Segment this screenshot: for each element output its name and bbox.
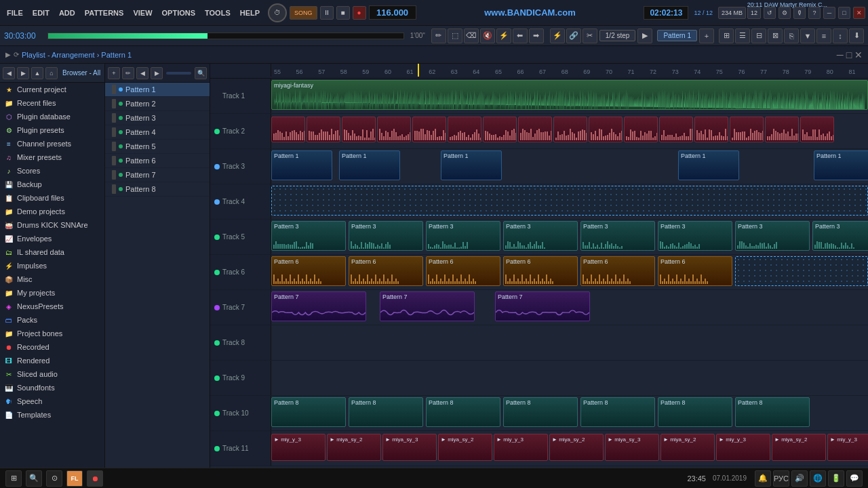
sidebar-item-soundfonts[interactable]: 🎹Soundfonts bbox=[0, 381, 104, 394]
track-block-2-15[interactable] bbox=[800, 117, 834, 142]
zoom-out-tool[interactable]: ➡ bbox=[529, 28, 544, 43]
refresh-icon[interactable]: ↺ bbox=[764, 7, 776, 19]
track-block-5-2[interactable]: Pattern 3 bbox=[426, 221, 500, 251]
track-block-11-2[interactable]: ► miya_sy_3 bbox=[382, 434, 437, 461]
sidebar-item-current-project[interactable]: ★Current project bbox=[0, 83, 104, 96]
track-block-6-2[interactable]: Pattern 6 bbox=[426, 256, 500, 286]
sidebar-item-project-bones[interactable]: 📁Project bones bbox=[0, 327, 104, 340]
sidebar-item-rendered[interactable]: 🎞Rendered bbox=[0, 354, 104, 367]
track-block-2-3[interactable] bbox=[377, 117, 411, 142]
pattern-drag-handle-6[interactable] bbox=[112, 156, 116, 165]
sidebar-item-backup[interactable]: 💾Backup bbox=[0, 178, 104, 191]
track-block-2-4[interactable] bbox=[412, 117, 446, 142]
zoom-tool[interactable]: ⬅ bbox=[513, 28, 528, 43]
cortana-btn[interactable]: ⊙ bbox=[46, 470, 62, 487]
eq-btn[interactable]: ≡ bbox=[816, 28, 831, 43]
track-content-10[interactable]: Pattern 8Pattern 8Pattern 8Pattern 8Patt… bbox=[271, 396, 868, 430]
sidebar-item-sliced-audio[interactable]: ✂Sliced audio bbox=[0, 367, 104, 381]
track-block-11-7[interactable]: ► miya_sy_2 bbox=[660, 434, 715, 461]
track-block-2-6[interactable] bbox=[483, 117, 517, 142]
sidebar-home-btn[interactable]: ⌂ bbox=[45, 67, 58, 79]
sidebar-item-packs[interactable]: 🗃Packs bbox=[0, 313, 104, 327]
track-block-11-0[interactable]: ► miy_y_3 bbox=[271, 434, 326, 461]
pattern-arr-left[interactable]: ◀ bbox=[136, 67, 149, 79]
pattern-arr-right[interactable]: ▶ bbox=[151, 67, 163, 79]
track-block-11-9[interactable]: ► miya_sy_2 bbox=[772, 434, 826, 461]
arrange-btn[interactable]: ⊞ bbox=[719, 28, 734, 43]
clone-btn[interactable]: ⎘ bbox=[784, 28, 799, 43]
track-content-9[interactable] bbox=[271, 361, 868, 395]
track-content-6[interactable]: Pattern 6Pattern 6Pattern 6Pattern 6Patt… bbox=[271, 255, 868, 289]
pattern-item-2[interactable]: Pattern 2 bbox=[105, 97, 210, 111]
sidebar-item-misc[interactable]: 📦Misc bbox=[0, 272, 104, 286]
track-block-7-2[interactable]: Pattern 7 bbox=[495, 291, 590, 321]
sidebar-item-mixer-presets[interactable]: ♫Mixer presets bbox=[0, 150, 104, 164]
track-block-2-10[interactable] bbox=[624, 117, 658, 142]
track-content-4[interactable] bbox=[271, 184, 868, 219]
track-content-1[interactable]: miyagi-fantasy bbox=[271, 79, 868, 113]
sidebar-item-scores[interactable]: ♪Scores bbox=[0, 164, 104, 178]
export-btn[interactable]: ⬇ bbox=[849, 28, 864, 43]
language-icon[interactable]: РУС bbox=[773, 470, 789, 487]
track-block-11-6[interactable]: ► miya_sy_3 bbox=[605, 434, 659, 461]
link-tool[interactable]: 🔗 bbox=[566, 28, 581, 43]
step-button[interactable]: 1/2 step bbox=[599, 30, 636, 41]
track-block-2-1[interactable] bbox=[307, 117, 340, 142]
track-content-2[interactable] bbox=[271, 114, 868, 148]
track-block-5-0[interactable]: Pattern 3 bbox=[271, 221, 346, 251]
track-block-11-4[interactable]: ► miy_y_3 bbox=[494, 434, 548, 461]
track-block-2-8[interactable] bbox=[553, 117, 587, 142]
sidebar-fwd-btn[interactable]: ▶ bbox=[17, 67, 29, 79]
mixer-icon[interactable]: 🎙 bbox=[793, 7, 806, 19]
track-block-5-7[interactable]: Pattern 3 bbox=[812, 221, 868, 251]
collapse-btn[interactable]: ☰ bbox=[735, 28, 750, 43]
track-block-6-5[interactable]: Pattern 6 bbox=[658, 256, 732, 286]
sidebar-item-nexus-presets[interactable]: ◈NexusPresets bbox=[0, 300, 104, 313]
plugin-icon[interactable]: ⚙ bbox=[778, 7, 791, 19]
sidebar-item-plugin-presets[interactable]: ⚙Plugin presets bbox=[0, 123, 104, 137]
track-content-3[interactable]: Pattern 1Pattern 1Pattern 1Pattern 1Patt… bbox=[271, 149, 868, 184]
pattern-selector[interactable]: Pattern 1 bbox=[657, 30, 697, 41]
track-block-2-14[interactable] bbox=[765, 117, 799, 142]
fl-taskbar-icon[interactable]: FL bbox=[66, 470, 83, 487]
pattern-item-4[interactable]: Pattern 4 bbox=[105, 125, 210, 140]
pattern-item-6[interactable]: Pattern 6 bbox=[105, 154, 210, 168]
sidebar-item-demo-projects[interactable]: 📁Demo projects bbox=[0, 205, 104, 218]
track-block-6-0[interactable]: Pattern 6 bbox=[271, 256, 346, 286]
track-block-10-0[interactable]: Pattern 8 bbox=[271, 397, 346, 427]
song-btn[interactable]: SONG bbox=[290, 6, 317, 20]
menu-edit[interactable]: EDIT bbox=[28, 6, 54, 20]
playlist-close-btn[interactable]: ─ □ ✕ bbox=[837, 49, 863, 60]
pattern-add-btn[interactable]: + bbox=[699, 28, 714, 43]
windows-start-btn[interactable]: ⊞ bbox=[5, 470, 22, 487]
track-block-11-3[interactable]: ► miya_sy_2 bbox=[438, 434, 492, 461]
menu-add[interactable]: ADD bbox=[55, 6, 79, 20]
playhead-cursor[interactable] bbox=[418, 64, 419, 77]
track-block-5-1[interactable]: Pattern 3 bbox=[349, 221, 423, 251]
menu-view[interactable]: VIEW bbox=[129, 6, 156, 20]
track-block-2-13[interactable] bbox=[730, 117, 764, 142]
pattern-zoom-in[interactable]: 🔍 bbox=[195, 67, 207, 79]
track-block-2-12[interactable] bbox=[694, 117, 728, 142]
record-taskbar-icon[interactable]: ⏺ bbox=[87, 470, 103, 487]
vol-btn[interactable]: ↕ bbox=[833, 28, 848, 43]
progress-bar[interactable] bbox=[47, 33, 404, 39]
track-block-10-3[interactable]: Pattern 8 bbox=[503, 397, 578, 427]
track-block-5-5[interactable]: Pattern 3 bbox=[658, 221, 732, 251]
pattern-item-1[interactable]: Pattern 1 bbox=[105, 83, 210, 97]
track-block-6-4[interactable]: Pattern 6 bbox=[580, 256, 655, 286]
track-block-2-5[interactable] bbox=[448, 117, 481, 142]
track-block-7-0[interactable]: Pattern 7 bbox=[271, 291, 366, 321]
pattern-drag-handle-4[interactable] bbox=[112, 127, 116, 137]
sidebar-item-channel-presets[interactable]: ≡Channel presets bbox=[0, 137, 104, 150]
track-block-10-2[interactable]: Pattern 8 bbox=[426, 397, 500, 427]
track-block-2-11[interactable] bbox=[659, 117, 693, 142]
sidebar-item-my-projects[interactable]: 📁My projects bbox=[0, 286, 104, 300]
sidebar-item-templates[interactable]: 📄Templates bbox=[0, 408, 104, 422]
sidebar-item-envelopes[interactable]: 📈Envelopes bbox=[0, 232, 104, 245]
bpm-display[interactable]: 116.000 bbox=[369, 5, 416, 20]
mute-tool[interactable]: 🔇 bbox=[480, 28, 495, 43]
sidebar-item-plugin-database[interactable]: ⬡Plugin database bbox=[0, 110, 104, 123]
draw-tool[interactable]: ✏ bbox=[431, 28, 446, 43]
pattern-drag-handle-3[interactable] bbox=[112, 113, 116, 123]
